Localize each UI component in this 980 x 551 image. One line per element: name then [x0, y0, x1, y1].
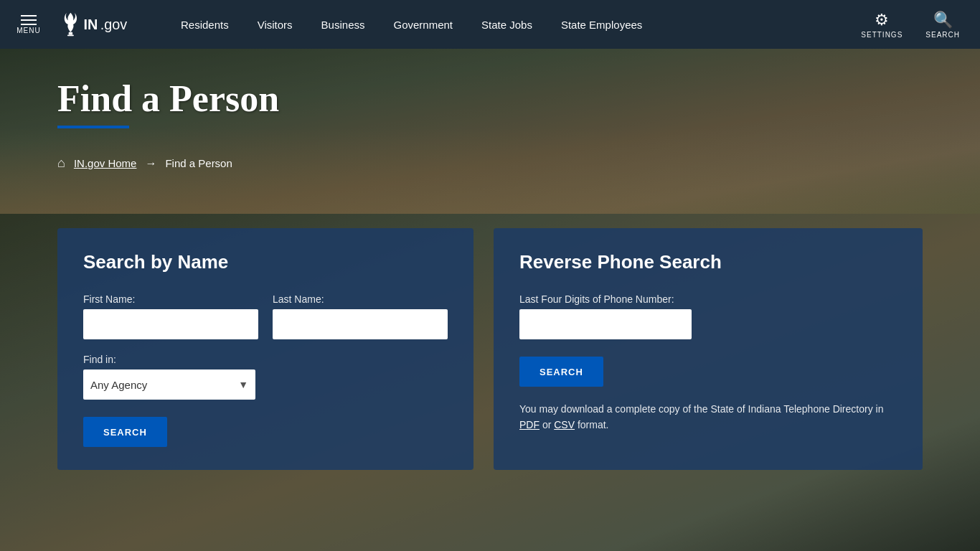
last-name-input[interactable]	[273, 309, 448, 339]
svg-text:.gov: .gov	[100, 17, 127, 32]
header-actions: ⚙ SETTINGS 🔍 SEARCH	[852, 5, 969, 44]
reverse-phone-card: Reverse Phone Search Last Four Digits of…	[494, 228, 923, 470]
hero-section: Find a Person ⌂ IN.gov Home → Find a Per…	[0, 49, 980, 214]
nav-residents[interactable]: Residents	[166, 0, 243, 49]
nav-visitors[interactable]: Visitors	[243, 0, 307, 49]
first-name-input[interactable]	[83, 309, 258, 339]
find-in-label: Find in:	[83, 354, 255, 365]
svg-rect-1	[67, 34, 74, 36]
breadcrumb-home-link[interactable]: IN.gov Home	[74, 157, 137, 169]
main-content: Search by Name First Name: Last Name: Fi…	[0, 214, 980, 499]
download-text-or: or	[540, 419, 554, 430]
search-by-name-card: Search by Name First Name: Last Name: Fi…	[57, 228, 473, 470]
site-header: MENU IN .gov Residents Visitors Business…	[0, 0, 980, 49]
name-search-button[interactable]: SEARCH	[83, 417, 167, 447]
main-nav: Residents Visitors Business Government S…	[166, 0, 852, 49]
phone-label: Last Four Digits of Phone Number:	[519, 293, 897, 305]
download-info-text: You may download a complete copy of the …	[519, 401, 897, 433]
title-underline	[57, 126, 129, 128]
site-logo[interactable]: IN .gov	[60, 11, 138, 37]
search-label: SEARCH	[925, 31, 960, 39]
first-name-group: First Name:	[83, 293, 258, 339]
reverse-phone-title: Reverse Phone Search	[519, 251, 897, 273]
menu-label: MENU	[17, 27, 40, 34]
search-icon: 🔍	[933, 11, 953, 29]
breadcrumb-home-icon: ⌂	[57, 156, 65, 171]
find-in-row: Find in: Any Agency Administration Agric…	[83, 354, 448, 400]
agency-select-wrapper: Any Agency Administration Agriculture Ch…	[83, 369, 255, 400]
download-text-prefix: You may download a complete copy of the …	[519, 403, 883, 415]
agency-select[interactable]: Any Agency Administration Agriculture Ch…	[83, 369, 255, 400]
download-text-suffix: format.	[575, 419, 608, 430]
last-name-label: Last Name:	[273, 293, 448, 305]
svg-rect-0	[69, 32, 72, 35]
search-button-header[interactable]: 🔍 SEARCH	[917, 5, 969, 44]
menu-button[interactable]: MENU	[11, 15, 46, 34]
phone-search-button[interactable]: SEARCH	[519, 357, 603, 387]
phone-input-group: Last Four Digits of Phone Number:	[519, 293, 897, 339]
breadcrumb-current: Find a Person	[165, 157, 232, 169]
settings-icon: ⚙	[875, 11, 889, 29]
name-fields-row: First Name: Last Name:	[83, 293, 448, 339]
cards-container: Search by Name First Name: Last Name: Fi…	[57, 228, 923, 470]
nav-government[interactable]: Government	[379, 0, 467, 49]
phone-digits-input[interactable]	[519, 309, 692, 339]
last-name-group: Last Name:	[273, 293, 448, 339]
pdf-download-link[interactable]: PDF	[519, 419, 540, 430]
settings-button[interactable]: ⚙ SETTINGS	[852, 5, 911, 44]
page-title: Find a Person	[57, 77, 923, 120]
hero-content: Find a Person	[0, 49, 980, 143]
svg-text:IN: IN	[83, 17, 98, 32]
hamburger-icon	[21, 15, 37, 25]
csv-download-link[interactable]: CSV	[554, 419, 575, 430]
nav-business[interactable]: Business	[307, 0, 380, 49]
find-in-group: Find in: Any Agency Administration Agric…	[83, 354, 255, 400]
breadcrumb: ⌂ IN.gov Home → Find a Person	[0, 143, 980, 184]
phone-digits-group: Last Four Digits of Phone Number:	[519, 293, 897, 339]
settings-label: SETTINGS	[861, 31, 903, 39]
search-by-name-title: Search by Name	[83, 251, 448, 273]
nav-state-employees[interactable]: State Employees	[547, 0, 656, 49]
first-name-label: First Name:	[83, 293, 258, 305]
breadcrumb-arrow-icon: →	[145, 157, 156, 170]
nav-state-jobs[interactable]: State Jobs	[467, 0, 547, 49]
